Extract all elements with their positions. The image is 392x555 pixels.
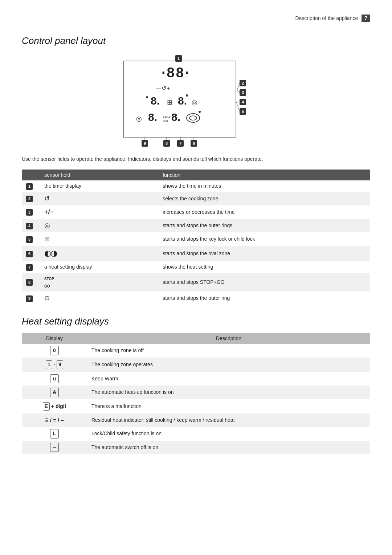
col-function: function bbox=[158, 170, 370, 180]
svg-line-23 bbox=[237, 83, 240, 90]
svg-text:◎: ◎ bbox=[192, 99, 197, 106]
svg-text:8: 8 bbox=[166, 141, 168, 146]
control-panel-title: Control panel layout bbox=[22, 35, 370, 46]
heat-description: Residual heat indicator: still cooking /… bbox=[87, 413, 370, 427]
heat-setting-title: Heat setting displays bbox=[22, 316, 370, 327]
sensor-function: selects the cooking zone bbox=[158, 192, 370, 205]
sensor-row: 6◐◑starts and stops the oval zone bbox=[22, 246, 370, 261]
col-display: Display bbox=[22, 333, 87, 344]
svg-text:⊞: ⊞ bbox=[167, 99, 172, 106]
header-text: Description of the appliance bbox=[295, 15, 358, 21]
heat-display: − bbox=[22, 441, 87, 454]
row-number: 6 bbox=[22, 246, 40, 261]
svg-text:↺: ↺ bbox=[162, 85, 166, 91]
svg-text:STOP: STOP bbox=[163, 116, 171, 119]
svg-text:8.: 8. bbox=[178, 95, 187, 107]
sensor-field: ↺ bbox=[40, 192, 158, 205]
svg-text:4: 4 bbox=[242, 100, 244, 104]
svg-text:—: — bbox=[156, 85, 161, 91]
heat-row: 0The cooking zone is off bbox=[22, 344, 370, 358]
heat-row: −The automatic switch off is on bbox=[22, 441, 370, 454]
svg-text:1: 1 bbox=[177, 56, 180, 61]
svg-point-18 bbox=[199, 111, 201, 113]
svg-text:7: 7 bbox=[179, 141, 181, 146]
row-number: 3 bbox=[22, 205, 40, 219]
svg-text:6: 6 bbox=[193, 141, 195, 146]
svg-line-26 bbox=[237, 90, 240, 93]
sensor-field: STOPGO bbox=[40, 273, 158, 291]
heat-table-header: Display Description bbox=[22, 333, 370, 344]
sensor-row: 8STOPGOstarts and stops STOP+GO bbox=[22, 273, 370, 291]
sensor-function: starts and stops the outer rings bbox=[158, 219, 370, 232]
svg-text:5: 5 bbox=[242, 109, 244, 114]
heat-description: There is a malfunction bbox=[87, 399, 370, 414]
sensor-row: 9⊙starts and stops the outer ring bbox=[22, 291, 370, 305]
heat-display: 0 bbox=[22, 344, 87, 358]
row-number: 8 bbox=[22, 273, 40, 291]
heat-display: L bbox=[22, 427, 87, 441]
heat-display: 1 - 9 bbox=[22, 358, 87, 372]
heat-row: LLock/Child safety function is on bbox=[22, 427, 370, 441]
heat-row: AThe automatic heat-up function is on bbox=[22, 385, 370, 399]
sensor-field: ◐◑ bbox=[40, 246, 158, 261]
sensor-row: 5⊞starts and stops the key lock or child… bbox=[22, 232, 370, 246]
sensor-field: the timer display bbox=[40, 180, 158, 192]
heat-description: The cooking zone operates bbox=[87, 358, 370, 372]
sensor-field: ⊞ bbox=[40, 232, 158, 246]
sensor-row: 7a heat setting displayshows the heat se… bbox=[22, 261, 370, 273]
svg-text:8.: 8. bbox=[151, 95, 160, 107]
heat-description: The cooking zone is off bbox=[87, 344, 370, 358]
page-number: 7 bbox=[362, 15, 370, 22]
col-sensor: sensor field bbox=[40, 170, 158, 180]
sensor-row: 2↺selects the cooking zone bbox=[22, 192, 370, 205]
sensor-field: ◎ bbox=[40, 219, 158, 232]
sensor-function: increases or decreases the time bbox=[158, 205, 370, 219]
svg-text:9: 9 bbox=[144, 141, 146, 146]
svg-text:8.: 8. bbox=[148, 111, 157, 123]
heat-row: 1 - 9The cooking zone operates bbox=[22, 358, 370, 372]
row-number: 1 bbox=[22, 180, 40, 192]
sensor-table-header: sensor field function bbox=[22, 170, 370, 180]
svg-text:◎: ◎ bbox=[136, 115, 142, 122]
sensor-row: 1the timer displayshows the time in minu… bbox=[22, 180, 370, 192]
svg-text:2: 2 bbox=[242, 81, 244, 85]
svg-point-16 bbox=[146, 96, 148, 98]
svg-text:3: 3 bbox=[242, 90, 244, 95]
heat-display: E + digit bbox=[22, 399, 87, 414]
heat-table: Display Description 0The cooking zone is… bbox=[22, 333, 370, 454]
sensor-function: starts and stops the oval zone bbox=[158, 246, 370, 261]
sensor-field: a heat setting display bbox=[40, 261, 158, 273]
svg-point-17 bbox=[186, 94, 188, 97]
row-number: 7 bbox=[22, 261, 40, 273]
heat-description: The automatic heat-up function is on bbox=[87, 385, 370, 399]
sensor-function: shows the heat setting bbox=[158, 261, 370, 273]
row-number: 2 bbox=[22, 192, 40, 205]
sensor-function: shows the time in minutes bbox=[158, 180, 370, 192]
sensor-row: 4◎starts and stops the outer rings bbox=[22, 219, 370, 232]
heat-description: Lock/Child safety function is on bbox=[87, 427, 370, 441]
svg-text:8.: 8. bbox=[171, 111, 180, 123]
heat-display: u bbox=[22, 372, 87, 386]
heat-row: E + digitThere is a malfunction bbox=[22, 399, 370, 414]
diagram-svg: ·88· — ↺ + 8. ⊞ 8. ◎ ◎ 8. STOP GO 8. 1 2 bbox=[94, 54, 298, 148]
svg-text:+: + bbox=[167, 85, 170, 91]
heat-description: Keep Warm bbox=[87, 372, 370, 386]
heat-row: uKeep Warm bbox=[22, 372, 370, 386]
row-number: 5 bbox=[22, 232, 40, 246]
svg-text:·88·: ·88· bbox=[162, 65, 190, 80]
row-number: 4 bbox=[22, 219, 40, 232]
sensor-field: ⊙ bbox=[40, 291, 158, 305]
sensor-function: starts and stops the key lock or child l… bbox=[158, 232, 370, 246]
svg-line-32 bbox=[236, 102, 240, 111]
sensor-field: +/− bbox=[40, 205, 158, 219]
svg-text:GO: GO bbox=[163, 119, 168, 123]
heat-display: Ξ / = / − bbox=[22, 413, 87, 427]
heat-description: The automatic switch off is on bbox=[87, 441, 370, 454]
heat-display: A bbox=[22, 385, 87, 399]
row-number: 9 bbox=[22, 291, 40, 305]
heat-row: Ξ / = / −Residual heat indicator: still … bbox=[22, 413, 370, 427]
sensor-function: starts and stops the outer ring bbox=[158, 291, 370, 305]
control-panel-description: Use the sensor fields to operate the app… bbox=[22, 155, 370, 163]
control-panel-diagram: ·88· — ↺ + 8. ⊞ 8. ◎ ◎ 8. STOP GO 8. 1 2 bbox=[94, 54, 298, 148]
col-description: Description bbox=[87, 333, 370, 344]
